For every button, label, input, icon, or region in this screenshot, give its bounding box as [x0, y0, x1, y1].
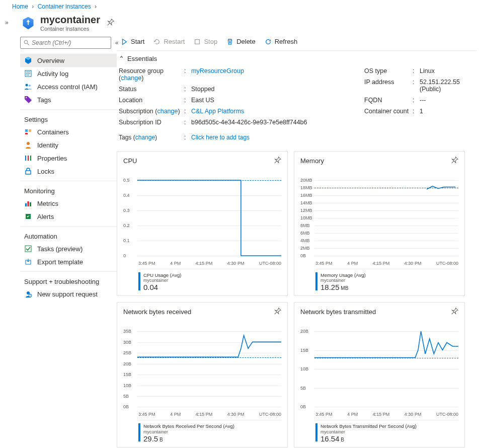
location-value: East US [191, 97, 344, 104]
y-tick: 5B [300, 386, 306, 391]
nav-label: Tasks (preview) [37, 245, 83, 253]
tags-value[interactable]: Click here to add tags [191, 134, 250, 141]
metric-name: Network Bytes Transmitted Per Second (Av… [320, 423, 417, 429]
series-color-bar [138, 423, 140, 441]
breadcrumb-container-instances[interactable]: Container instances [38, 3, 91, 10]
sidebar-item-properties[interactable]: Properties [20, 152, 117, 165]
y-tick: 15B [300, 348, 308, 353]
subscription-value[interactable]: C&L App Platforms [191, 108, 244, 115]
nav-heading-settings: Settings [20, 109, 117, 125]
sidebar-item-support-request[interactable]: ? New support request [20, 287, 117, 301]
pin-chart-icon[interactable] [274, 157, 281, 165]
svg-line-1 [28, 44, 29, 45]
nav-heading-monitoring: Monitoring [20, 181, 117, 197]
x-tick: 4:15 PM [196, 412, 213, 417]
alerts-icon [24, 212, 32, 220]
sidebar-item-tags[interactable]: Tags [20, 93, 117, 106]
x-tick: UTC-08:00 [259, 261, 281, 266]
chart-card-network-bytes-received: Network bytes received 35B30B25B20B15B10… [117, 302, 288, 447]
y-tick: 0 [123, 253, 126, 258]
sidebar-item-iam[interactable]: Access control (IAM) [20, 80, 117, 93]
tags-label: Tags (change) [119, 134, 184, 141]
pin-chart-icon[interactable] [451, 157, 458, 165]
y-tick: 10B [300, 366, 308, 371]
nav-label: Containers [37, 128, 69, 136]
x-tick: 4 PM [347, 412, 358, 417]
chart-card-memory: Memory 20MB18MB16MB14MB12MB10MB8MB6MB4MB… [294, 151, 465, 296]
series-color-bar [315, 272, 317, 290]
search-input[interactable] [32, 39, 108, 46]
sidebar-item-alerts[interactable]: Alerts [20, 210, 117, 223]
breadcrumb-home[interactable]: Home [12, 3, 28, 10]
delete-button[interactable]: Delete [226, 38, 256, 45]
y-tick: 8MB [300, 223, 310, 228]
x-tick: 4:15 PM [373, 261, 390, 266]
sidebar: « Overview Activity log Access control (… [0, 33, 117, 448]
svg-rect-18 [28, 201, 29, 206]
x-tick: 4 PM [170, 412, 181, 417]
pin-chart-icon[interactable] [451, 308, 458, 316]
x-tick: UTC-08:00 [436, 412, 458, 417]
sub-change-link[interactable]: change [157, 108, 178, 115]
x-tick: UTC-08:00 [436, 261, 458, 266]
command-bar: Start Restart Stop Delete Refresh [117, 33, 477, 51]
y-tick: 0B [300, 404, 306, 409]
x-tick: 4:30 PM [405, 261, 422, 266]
rg-value[interactable]: myResourceGroup [191, 67, 244, 74]
sidebar-item-tasks[interactable]: Tasks (preview) [20, 242, 117, 255]
chevron-right-icon: › [30, 3, 36, 10]
sidebar-item-overview[interactable]: Overview [20, 54, 117, 67]
nav-label: Locks [37, 168, 54, 175]
rg-change-link[interactable]: change [121, 74, 141, 82]
people-icon [24, 83, 32, 91]
status-label: Status [119, 86, 184, 93]
sidebar-item-metrics[interactable]: Metrics [20, 197, 117, 210]
stop-button: Stop [194, 38, 217, 45]
x-tick: 4:15 PM [373, 412, 390, 417]
breadcrumb: Home › Container instances › [0, 0, 483, 12]
series-color-bar [315, 423, 317, 441]
x-tick: 4 PM [347, 261, 358, 266]
expand-menu-icon[interactable]: » [5, 19, 9, 26]
refresh-button[interactable]: Refresh [265, 38, 298, 45]
sidebar-item-activity-log[interactable]: Activity log [20, 67, 117, 80]
nav-label: Activity log [37, 70, 68, 78]
nav-label: Identity [37, 141, 58, 149]
y-tick: 6MB [300, 231, 310, 236]
svg-point-12 [27, 142, 30, 145]
chart-title: Network bytes received [123, 308, 191, 316]
subscription-label: Subscription (change) [119, 108, 184, 115]
start-button[interactable]: Start [121, 38, 144, 45]
container-count-label: Container count [364, 108, 413, 115]
y-tick: 0.3 [123, 208, 130, 213]
search-box[interactable] [20, 37, 111, 49]
status-value: Stopped [191, 86, 344, 93]
y-tick: 16MB [300, 193, 312, 198]
search-icon [24, 40, 30, 46]
chart-title: Network bytes transmitted [300, 308, 376, 316]
y-tick: 25B [123, 350, 131, 355]
x-tick: 4:30 PM [227, 412, 245, 417]
restart-icon [153, 38, 160, 45]
y-tick: 0.5 [123, 178, 130, 183]
sidebar-item-export-template[interactable]: Export template [20, 255, 117, 268]
tags-change-link[interactable]: change [135, 134, 155, 141]
svg-point-8 [26, 97, 27, 98]
pin-icon[interactable] [107, 19, 114, 27]
sidebar-item-identity[interactable]: Identity [20, 138, 117, 152]
fqdn-value: --- [420, 97, 475, 104]
metric-value: 0.04 [143, 283, 181, 291]
svg-rect-11 [25, 133, 28, 134]
pin-chart-icon[interactable] [274, 308, 281, 316]
nav-heading-automation: Automation [20, 226, 117, 242]
sidebar-item-containers[interactable]: Containers [20, 125, 117, 138]
series-color-bar [138, 272, 140, 290]
sidebar-item-locks[interactable]: Locks [20, 165, 117, 178]
play-icon [121, 38, 128, 45]
essentials-toggle[interactable]: ⌃ Essentials [119, 55, 475, 65]
y-tick: 5B [123, 394, 129, 399]
y-tick: 35B [123, 329, 131, 334]
chevron-up-icon: ⌃ [119, 55, 124, 62]
x-tick: 4:15 PM [196, 261, 213, 266]
metric-name: Network Bytes Received Per Second (Avg) [143, 423, 234, 429]
